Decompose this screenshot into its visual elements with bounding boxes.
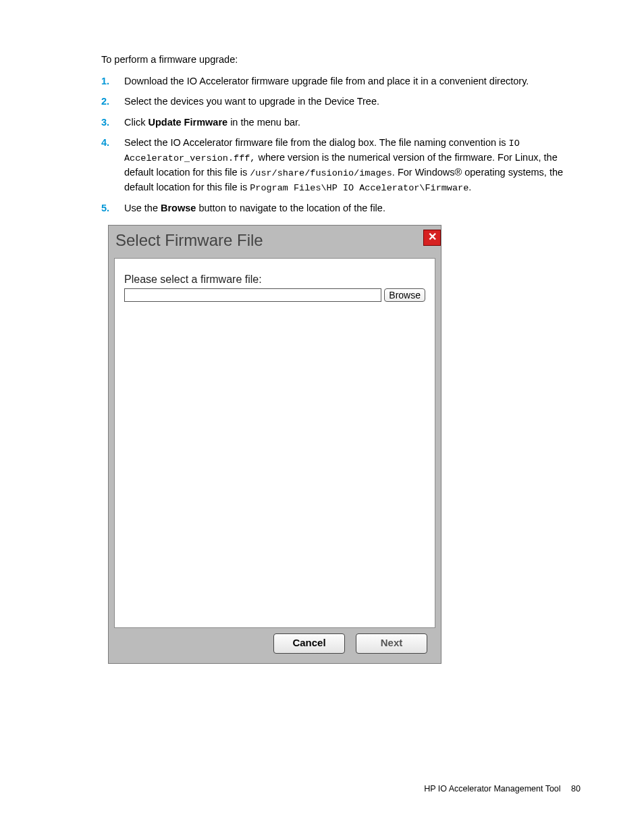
bold-term: Update Firmware	[148, 117, 227, 128]
dialog-title: Select Firmware File	[115, 231, 263, 250]
text-fragment: Click	[124, 117, 148, 128]
step-text: Use the Browse button to navigate to the…	[124, 201, 581, 215]
next-button[interactable]: Next	[356, 633, 427, 654]
step-text: Click Update Firmware in the menu bar.	[124, 115, 581, 129]
browse-button[interactable]: Browse	[384, 288, 425, 302]
text-fragment: Select the IO Accelerator firmware file …	[124, 137, 509, 148]
step-number: 3.	[101, 115, 124, 129]
step-number: 5.	[101, 201, 124, 215]
bold-term: Browse	[161, 203, 196, 213]
step-number: 1.	[101, 74, 124, 88]
code-fragment: /usr/share/fusionio/images	[250, 168, 392, 178]
step-text: Download the IO Accelerator firmware upg…	[124, 74, 581, 88]
text-fragment: in the menu bar.	[227, 117, 300, 128]
footer-label: HP IO Accelerator Management Tool	[424, 784, 560, 793]
page-footer: HP IO Accelerator Management Tool 80	[424, 784, 581, 793]
step-text: Select the devices you want to upgrade i…	[124, 95, 581, 108]
text-fragment: Use the	[124, 203, 161, 213]
step-list: 1. Download the IO Accelerator firmware …	[101, 74, 581, 215]
code-fragment: Program Files\HP IO Accelerator\Firmware	[250, 183, 468, 193]
step-number: 4.	[101, 136, 124, 149]
intro-text: To perform a firmware upgrade:	[101, 54, 581, 65]
cancel-button[interactable]: Cancel	[273, 633, 345, 654]
text-fragment: button to navigate to the location of th…	[196, 203, 385, 213]
step-text: Select the IO Accelerator firmware file …	[124, 136, 581, 195]
dialog-body: Please select a firmware file: Browse	[114, 258, 435, 628]
step-number: 2.	[101, 95, 124, 108]
close-icon[interactable]: ✕	[423, 230, 441, 246]
dialog-prompt: Please select a firmware file:	[124, 273, 425, 286]
page-number: 80	[571, 784, 581, 793]
text-fragment: .	[468, 182, 471, 192]
firmware-file-input[interactable]	[124, 288, 381, 302]
select-firmware-dialog: Select Firmware File ✕ Please select a f…	[108, 225, 441, 664]
